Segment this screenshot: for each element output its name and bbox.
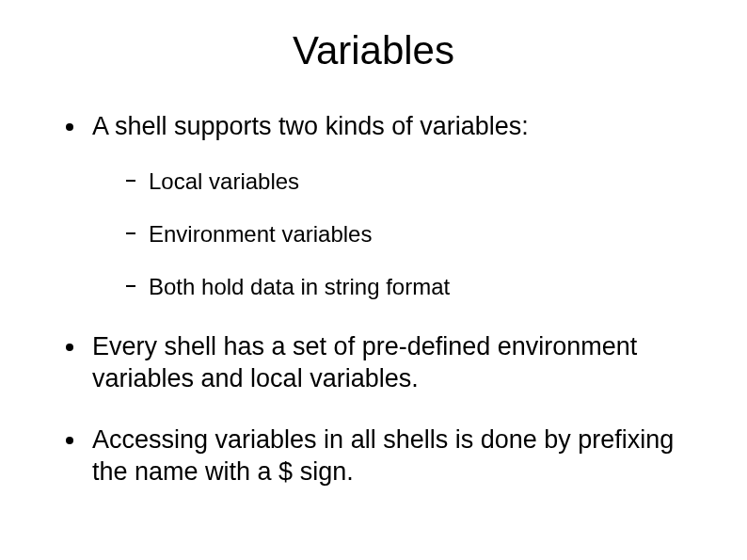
bullet-list: A shell supports two kinds of variables:… <box>38 111 709 488</box>
list-item: Every shell has a set of pre-defined env… <box>66 331 709 395</box>
list-item: Local variables <box>126 168 709 196</box>
list-item: Environment variables <box>126 220 709 248</box>
list-item-text: Accessing variables in all shells is don… <box>92 425 674 486</box>
list-item: Accessing variables in all shells is don… <box>66 424 709 488</box>
list-item-text: Local variables <box>149 168 299 194</box>
list-item: A shell supports two kinds of variables:… <box>66 111 709 301</box>
list-item-text: Both hold data in string format <box>149 274 450 299</box>
sub-bullet-list: Local variables Environment variables Bo… <box>92 168 709 301</box>
list-item-text: A shell supports two kinds of variables: <box>92 112 529 140</box>
slide-title: Variables <box>38 28 709 73</box>
list-item-text: Every shell has a set of pre-defined env… <box>92 332 637 392</box>
list-item-text: Environment variables <box>149 221 372 247</box>
list-item: Both hold data in string format <box>126 273 709 301</box>
